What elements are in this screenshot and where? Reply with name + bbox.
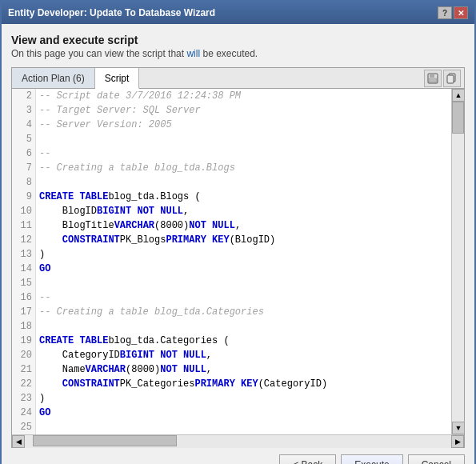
- window-title: Entity Developer: Update To Database Wiz…: [8, 7, 215, 18]
- scroll-left-button[interactable]: ◀: [12, 435, 25, 448]
- line-num-19: 19: [12, 334, 35, 348]
- header-section: View and execute script On this page you…: [11, 34, 465, 59]
- line-numbers: 2 3 4 5 6 7 8 9 10 11 12 13 14 15 16 17: [12, 89, 36, 434]
- line-num-12: 12: [12, 233, 35, 247]
- code-line-7: -- Creating a table blog_tda.Blogs: [36, 161, 451, 175]
- scroll-track[interactable]: [452, 102, 464, 422]
- line-num-4: 4: [12, 118, 35, 132]
- save-icon-button[interactable]: [424, 70, 442, 87]
- line-num-11: 11: [12, 218, 35, 233]
- code-line-3: -- Target Server: SQL Server: [36, 103, 451, 118]
- line-num-8: 8: [12, 175, 35, 190]
- execute-button[interactable]: Execute: [341, 454, 402, 464]
- code-line-9: CREATE TABLE blog_tda.Blogs (: [36, 190, 451, 204]
- scroll-up-button[interactable]: ▲: [452, 89, 464, 102]
- code-line-6: --: [36, 146, 451, 161]
- cancel-button[interactable]: Cancel: [408, 454, 465, 464]
- vertical-scrollbar[interactable]: ▲ ▼: [451, 89, 464, 434]
- tab-script-label: Script: [105, 73, 130, 84]
- code-line-17: -- Creating a table blog_tda.Categories: [36, 305, 451, 319]
- code-line-4: -- Server Version: 2005: [36, 118, 451, 132]
- code-line-21: Name VARCHAR(8000) NOT NULL,: [36, 362, 451, 377]
- copy-icon: [446, 73, 458, 84]
- tab-script[interactable]: Script: [95, 68, 140, 89]
- title-bar-buttons: ? ✕: [438, 6, 468, 19]
- code-line-14: GO: [36, 262, 451, 276]
- line-num-15: 15: [12, 276, 35, 290]
- code-line-16: --: [36, 290, 451, 305]
- code-line-8: [36, 175, 451, 190]
- line-num-7: 7: [12, 161, 35, 175]
- tab-action-plan[interactable]: Action Plan (6): [12, 68, 95, 88]
- line-num-20: 20: [12, 348, 35, 362]
- code-line-25: [36, 420, 451, 434]
- code-line-15: [36, 276, 451, 290]
- subtitle-after: be executed.: [200, 48, 258, 59]
- line-num-10: 10: [12, 204, 35, 218]
- page-title: View and execute script: [11, 34, 465, 46]
- title-bar: Entity Developer: Update To Database Wiz…: [2, 2, 474, 24]
- line-num-2: 2: [12, 89, 35, 103]
- svg-rect-4: [447, 75, 454, 83]
- copy-icon-button[interactable]: [443, 70, 461, 87]
- line-num-5: 5: [12, 132, 35, 146]
- code-line-23: ): [36, 391, 451, 406]
- line-num-22: 22: [12, 377, 35, 391]
- scroll-right-button[interactable]: ▶: [451, 435, 464, 448]
- code-line-11: BlogTitle VARCHAR(8000) NOT NULL,: [36, 218, 451, 233]
- line-num-6: 6: [12, 146, 35, 161]
- code-content[interactable]: -- Script date 3/7/2016 12:24:38 PM -- T…: [36, 89, 451, 434]
- code-line-22: CONSTRAINT PK_Categories PRIMARY KEY (Ca…: [36, 377, 451, 391]
- h-scroll-track[interactable]: [25, 435, 451, 448]
- h-scroll-thumb[interactable]: [33, 435, 177, 446]
- save-icon: [427, 73, 438, 84]
- scroll-down-button[interactable]: ▼: [452, 422, 464, 434]
- editor-panel: Action Plan (6) Script: [11, 67, 465, 448]
- tab-action-plan-label: Action Plan (6): [22, 73, 85, 84]
- line-num-18: 18: [12, 319, 35, 334]
- svg-rect-1: [430, 74, 434, 78]
- code-line-5: [36, 132, 451, 146]
- page-subtitle: On this page you can view the script tha…: [11, 48, 465, 59]
- code-line-13: ): [36, 247, 451, 262]
- line-num-13: 13: [12, 247, 35, 262]
- back-button[interactable]: < Back: [279, 454, 336, 464]
- subtitle-before: On this page you can view the script tha…: [11, 48, 186, 59]
- svg-rect-2: [429, 78, 437, 82]
- line-num-24: 24: [12, 406, 35, 420]
- horizontal-scrollbar[interactable]: ◀ ▶: [12, 434, 464, 447]
- line-num-25: 25: [12, 420, 35, 434]
- code-line-18: [36, 319, 451, 334]
- editor-area: 2 3 4 5 6 7 8 9 10 11 12 13 14 15 16 17: [12, 89, 464, 434]
- line-num-16: 16: [12, 290, 35, 305]
- close-button[interactable]: ✕: [454, 6, 468, 19]
- code-line-12: CONSTRAINT PK_Blogs PRIMARY KEY (BlogID): [36, 233, 451, 247]
- line-num-23: 23: [12, 391, 35, 406]
- line-num-17: 17: [12, 305, 35, 319]
- line-num-14: 14: [12, 262, 35, 276]
- code-line-20: CategoryID BIGINT NOT NULL,: [36, 348, 451, 362]
- tabs-row: Action Plan (6) Script: [12, 68, 464, 89]
- scroll-thumb[interactable]: [452, 102, 464, 134]
- code-line-10: BlogID BIGINT NOT NULL,: [36, 204, 451, 218]
- code-line-2: -- Script date 3/7/2016 12:24:38 PM: [36, 89, 451, 103]
- help-button[interactable]: ?: [438, 6, 452, 19]
- line-num-9: 9: [12, 190, 35, 204]
- line-num-21: 21: [12, 362, 35, 377]
- content-area: View and execute script On this page you…: [2, 24, 474, 464]
- tab-icons: [424, 68, 464, 88]
- main-window: Entity Developer: Update To Database Wiz…: [0, 0, 476, 464]
- footer-buttons: < Back Execute Cancel: [11, 448, 465, 464]
- subtitle-highlight: will: [186, 48, 200, 59]
- line-num-3: 3: [12, 103, 35, 118]
- code-line-19: CREATE TABLE blog_tda.Categories (: [36, 334, 451, 348]
- code-line-24: GO: [36, 406, 451, 420]
